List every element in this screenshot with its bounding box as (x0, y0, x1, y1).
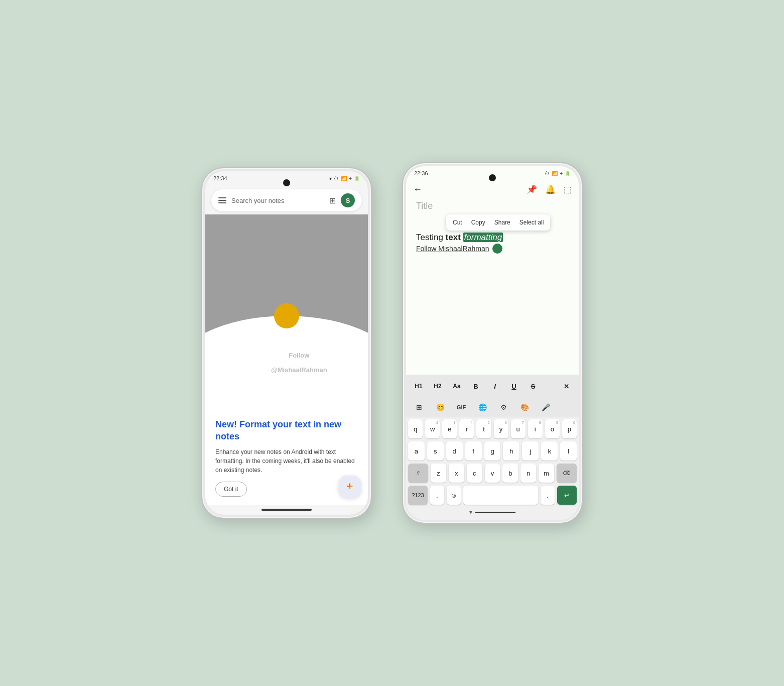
plus-icon-2: + (560, 171, 563, 176)
key-v[interactable]: v (485, 464, 500, 483)
key-g[interactable]: g (484, 441, 501, 461)
note-bold-text: text (446, 233, 461, 242)
got-it-button[interactable]: Got it (215, 482, 247, 497)
note-body: Testing text formatting Follow MishaalRa… (406, 233, 579, 254)
key-h[interactable]: h (503, 441, 519, 461)
battery-icon: 🔋 (354, 176, 360, 181)
front-camera-2 (489, 174, 496, 181)
feature-description: Enhance your new notes on Android with t… (215, 447, 358, 475)
keyboard-switch-icon[interactable]: ⊞ (410, 400, 428, 415)
key-d[interactable]: d (446, 441, 463, 461)
space-key[interactable] (463, 486, 538, 505)
strikethrough-button[interactable]: S (525, 378, 542, 395)
key-w[interactable]: w2 (425, 419, 440, 438)
key-q[interactable]: q (408, 419, 423, 438)
note-line2-text: Follow MishaalRahman (416, 245, 489, 253)
power-button[interactable] (201, 249, 202, 279)
bell-icon[interactable]: 🔔 (545, 184, 556, 195)
backspace-key[interactable]: ⌫ (557, 464, 577, 483)
key-o[interactable]: o9 (545, 419, 560, 438)
underline-button[interactable]: U (505, 378, 522, 395)
vol-up-button-2[interactable] (582, 234, 583, 256)
watermark: Follow @MishaalRahman (271, 352, 327, 367)
italic-button[interactable]: I (486, 378, 503, 395)
fab-button[interactable]: + (339, 476, 361, 498)
user-avatar[interactable]: S (341, 193, 355, 207)
vol-down-button[interactable] (371, 266, 372, 288)
key-e[interactable]: e3 (442, 419, 457, 438)
front-camera (283, 179, 290, 186)
key-row-2: a s d f g h j k l (408, 441, 577, 461)
key-c[interactable]: c (467, 464, 482, 483)
key-b[interactable]: b (502, 464, 518, 483)
key-r[interactable]: r4 (459, 419, 474, 438)
chevron-down-icon[interactable]: ▾ (469, 509, 472, 516)
note-empty-space[interactable] (406, 254, 579, 371)
key-s[interactable]: s (427, 441, 444, 461)
aa-button[interactable]: Aa (448, 378, 465, 395)
power-button-2[interactable] (402, 244, 403, 274)
key-row-4: ?123 , ☺ . ↵ (408, 486, 577, 505)
home-bar (205, 505, 368, 515)
key-row-3: ⇧ z x c v b n m ⌫ (408, 464, 577, 483)
keyboard-area: H1 H2 Aa B I U S ✕ ⊞ 😊 GIF 🌐 ⚙ 🎨 (406, 375, 579, 520)
key-u[interactable]: u7 (511, 419, 526, 438)
menu-icon[interactable] (218, 197, 226, 203)
copy-button[interactable]: Copy (467, 217, 490, 228)
feature-title: New! Format your text in new notes (215, 419, 358, 442)
key-i[interactable]: i8 (528, 419, 543, 438)
share-button[interactable]: Share (490, 217, 515, 228)
mic-icon[interactable]: 🎤 (537, 400, 555, 415)
wifi-icon-2: ⏱ (545, 171, 550, 176)
battery-icon-2: 🔋 (565, 171, 571, 176)
select-all-button[interactable]: Select all (515, 217, 549, 228)
key-row-1: q w2 e3 r4 t5 y6 u7 i8 o9 p0 (408, 419, 577, 438)
emoji-key[interactable]: ☺ (447, 486, 461, 505)
note-title: Title (416, 201, 569, 211)
key-y[interactable]: y6 (494, 419, 508, 438)
signal-icon-2: 📶 (552, 171, 558, 176)
view-toggle-icon[interactable]: ⊞ (329, 196, 336, 205)
clock-icon: ⏱ (334, 176, 339, 181)
search-bar[interactable]: Search your notes ⊞ S (211, 189, 362, 211)
key-k[interactable]: k (541, 441, 558, 461)
key-j[interactable]: j (522, 441, 539, 461)
vol-down-button-2[interactable] (582, 261, 583, 283)
settings-icon[interactable]: ⚙ (494, 400, 512, 415)
num-switch-key[interactable]: ?123 (408, 486, 428, 505)
extra-toolbar: ⊞ 😊 GIF 🌐 ⚙ 🎨 🎤 (406, 398, 579, 417)
key-m[interactable]: m (539, 464, 554, 483)
key-rows: q w2 e3 r4 t5 y6 u7 i8 o9 p0 a s (406, 417, 579, 507)
cut-button[interactable]: Cut (448, 217, 467, 228)
period-key[interactable]: . (541, 486, 555, 505)
comma-key[interactable]: , (430, 486, 444, 505)
key-a[interactable]: a (408, 441, 425, 461)
format-close-button[interactable]: ✕ (558, 378, 575, 395)
back-button[interactable]: ← (413, 184, 422, 195)
pin-icon[interactable]: 📌 (527, 184, 537, 195)
vol-up-button[interactable] (371, 239, 372, 261)
gif-button[interactable]: GIF (452, 400, 470, 415)
key-f[interactable]: f (465, 441, 482, 461)
archive-icon[interactable]: ⬚ (564, 184, 572, 195)
keyboard-home-bar (475, 512, 515, 513)
bold-button[interactable]: B (467, 378, 484, 395)
phone2: 22:36 ⏱ 📶 + 🔋 ← 📌 🔔 ⬚ Title Cut Co (402, 162, 583, 524)
translate-icon[interactable]: 🌐 (473, 400, 491, 415)
h1-button[interactable]: H1 (410, 378, 427, 395)
key-x[interactable]: x (449, 464, 464, 483)
sticker-icon[interactable]: 😊 (431, 400, 449, 415)
theme-icon[interactable]: 🎨 (515, 400, 534, 415)
context-menu-area: Title Cut Copy Share Select all (406, 199, 579, 233)
enter-key[interactable]: ↵ (557, 486, 577, 505)
shift-key[interactable]: ⇧ (408, 464, 428, 483)
wifi-signal-icon: 📶 (341, 176, 347, 181)
key-t[interactable]: t5 (476, 419, 491, 438)
key-p[interactable]: p0 (562, 419, 577, 438)
green-indicator (492, 244, 502, 254)
note-line1: Testing text formatting (416, 233, 569, 243)
key-z[interactable]: z (431, 464, 446, 483)
h2-button[interactable]: H2 (429, 378, 446, 395)
key-l[interactable]: l (560, 441, 577, 461)
key-n[interactable]: n (520, 464, 536, 483)
